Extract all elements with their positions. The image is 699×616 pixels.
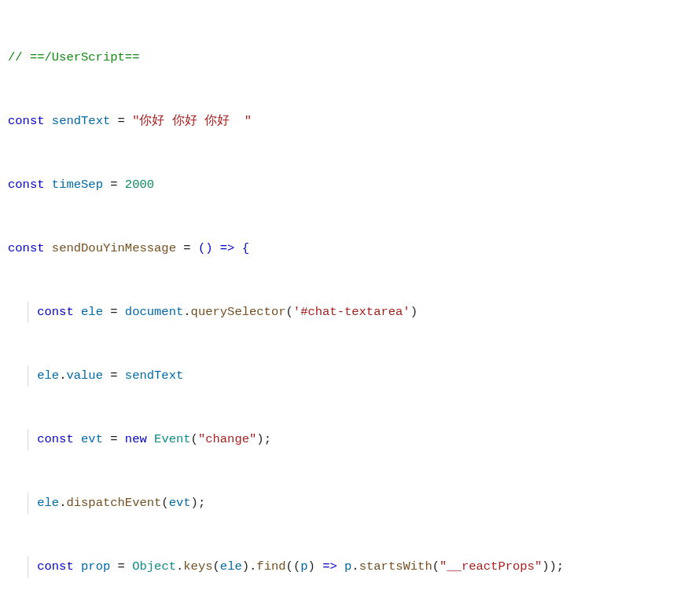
- code-line: const ele = document.querySelector('#cha…: [8, 302, 699, 323]
- code-line: ele.dispatchEvent(evt);: [8, 493, 699, 514]
- code-line: // ==/UserScript==: [8, 47, 699, 68]
- code-line: const prop = Object.keys(ele).find((p) =…: [8, 556, 699, 578]
- code-line: const evt = new Event("change");: [8, 429, 699, 450]
- code-line: ele.value = sendText: [8, 365, 699, 387]
- code-line: const sendDouYinMessage = () => {: [8, 238, 699, 259]
- code-editor: // ==/UserScript== const sendText = "你好 …: [0, 0, 699, 616]
- comment: // ==/UserScript==: [8, 50, 139, 64]
- code-line: const sendText = "你好 你好 你好 ": [8, 111, 699, 132]
- code-line: const timeSep = 2000: [8, 174, 699, 196]
